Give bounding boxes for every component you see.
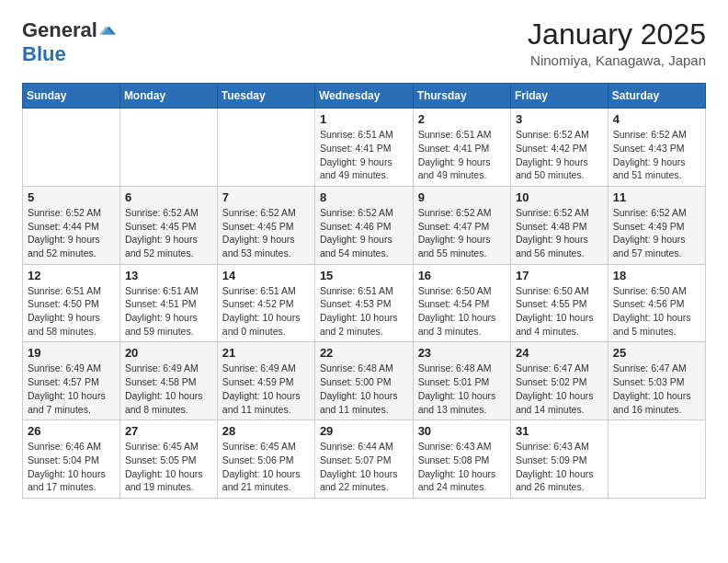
day-number: 16 [418,269,506,282]
day-number: 2 [418,112,506,126]
calendar-cell-w4-d2: 20Sunrise: 6:49 AM Sunset: 4:58 PM Dayli… [119,342,217,420]
calendar-cell-w5-d2: 27Sunrise: 6:45 AM Sunset: 5:05 PM Dayli… [119,420,217,499]
day-info: Sunrise: 6:51 AM Sunset: 4:51 PM Dayligh… [125,284,212,339]
day-info: Sunrise: 6:51 AM Sunset: 4:53 PM Dayligh… [320,284,408,339]
header-saturday: Saturday [608,84,705,109]
calendar-body: 1Sunrise: 6:51 AM Sunset: 4:41 PM Daylig… [23,109,706,499]
day-info: Sunrise: 6:52 AM Sunset: 4:46 PM Dayligh… [320,206,408,260]
calendar-cell-w3-d1: 12Sunrise: 6:51 AM Sunset: 4:50 PM Dayli… [23,264,120,342]
day-info: Sunrise: 6:49 AM Sunset: 4:59 PM Dayligh… [222,362,310,416]
day-info: Sunrise: 6:48 AM Sunset: 5:00 PM Dayligh… [320,362,408,416]
day-number: 6 [125,190,212,204]
calendar-week-1: 1Sunrise: 6:51 AM Sunset: 4:41 PM Daylig… [23,109,706,187]
day-info: Sunrise: 6:47 AM Sunset: 5:03 PM Dayligh… [613,362,700,416]
day-number: 25 [613,346,700,360]
calendar-cell-w5-d7 [608,420,705,499]
header: General Blue January 2025 Ninomiya, Kana… [22,18,706,68]
day-number: 24 [516,346,603,360]
day-number: 27 [125,424,212,438]
day-number: 5 [28,190,115,204]
day-info: Sunrise: 6:51 AM Sunset: 4:41 PM Dayligh… [320,128,408,182]
day-info: Sunrise: 6:52 AM Sunset: 4:49 PM Dayligh… [613,206,700,260]
day-number: 17 [516,269,603,282]
day-number: 4 [613,112,700,126]
calendar-week-4: 19Sunrise: 6:49 AM Sunset: 4:57 PM Dayli… [23,342,706,420]
calendar-header: Sunday Monday Tuesday Wednesday Thursday… [23,84,706,109]
calendar-cell-w4-d6: 24Sunrise: 6:47 AM Sunset: 5:02 PM Dayli… [510,342,608,420]
calendar-cell-w1-d7: 4Sunrise: 6:52 AM Sunset: 4:43 PM Daylig… [608,109,705,187]
calendar-table: Sunday Monday Tuesday Wednesday Thursday… [22,83,706,499]
calendar-cell-w1-d6: 3Sunrise: 6:52 AM Sunset: 4:42 PM Daylig… [510,109,608,187]
location: Ninomiya, Kanagawa, Japan [528,52,706,68]
calendar-cell-w2-d7: 11Sunrise: 6:52 AM Sunset: 4:49 PM Dayli… [608,186,705,264]
calendar-cell-w1-d5: 2Sunrise: 6:51 AM Sunset: 4:41 PM Daylig… [413,109,510,187]
day-info: Sunrise: 6:52 AM Sunset: 4:43 PM Dayligh… [613,128,700,182]
calendar-cell-w4-d3: 21Sunrise: 6:49 AM Sunset: 4:59 PM Dayli… [217,342,314,420]
day-info: Sunrise: 6:52 AM Sunset: 4:47 PM Dayligh… [418,206,506,260]
header-thursday: Thursday [413,84,510,109]
calendar-week-5: 26Sunrise: 6:46 AM Sunset: 5:04 PM Dayli… [23,420,706,499]
day-info: Sunrise: 6:43 AM Sunset: 5:09 PM Dayligh… [516,440,603,494]
calendar-cell-w5-d6: 31Sunrise: 6:43 AM Sunset: 5:09 PM Dayli… [510,420,608,499]
day-number: 10 [516,190,603,204]
calendar-cell-w3-d2: 13Sunrise: 6:51 AM Sunset: 4:51 PM Dayli… [119,264,217,342]
calendar-cell-w2-d4: 8Sunrise: 6:52 AM Sunset: 4:46 PM Daylig… [314,186,413,264]
calendar-cell-w3-d4: 15Sunrise: 6:51 AM Sunset: 4:53 PM Dayli… [314,264,413,342]
calendar-cell-w2-d2: 6Sunrise: 6:52 AM Sunset: 4:45 PM Daylig… [119,186,217,264]
calendar-cell-w2-d3: 7Sunrise: 6:52 AM Sunset: 4:45 PM Daylig… [217,186,314,264]
day-number: 13 [125,269,212,282]
calendar-cell-w5-d5: 30Sunrise: 6:43 AM Sunset: 5:08 PM Dayli… [413,420,510,499]
day-number: 18 [613,269,700,282]
day-info: Sunrise: 6:50 AM Sunset: 4:56 PM Dayligh… [613,284,700,339]
calendar-cell-w5-d1: 26Sunrise: 6:46 AM Sunset: 5:04 PM Dayli… [23,420,120,499]
header-monday: Monday [119,84,217,109]
day-number: 28 [222,424,310,438]
day-number: 14 [222,269,310,282]
calendar-cell-w2-d5: 9Sunrise: 6:52 AM Sunset: 4:47 PM Daylig… [413,186,510,264]
calendar-cell-w3-d7: 18Sunrise: 6:50 AM Sunset: 4:56 PM Dayli… [608,264,705,342]
month-title: January 2025 [528,18,706,51]
day-info: Sunrise: 6:51 AM Sunset: 4:41 PM Dayligh… [418,128,506,182]
calendar-week-2: 5Sunrise: 6:52 AM Sunset: 4:44 PM Daylig… [23,186,706,264]
day-number: 3 [516,112,603,126]
title-block: January 2025 Ninomiya, Kanagawa, Japan [528,18,706,68]
header-sunday: Sunday [23,84,120,109]
day-info: Sunrise: 6:52 AM Sunset: 4:44 PM Dayligh… [28,206,115,260]
calendar-cell-w5-d4: 29Sunrise: 6:44 AM Sunset: 5:07 PM Dayli… [314,420,413,499]
header-friday: Friday [510,84,608,109]
day-info: Sunrise: 6:49 AM Sunset: 4:57 PM Dayligh… [28,362,115,416]
day-info: Sunrise: 6:52 AM Sunset: 4:42 PM Dayligh… [516,128,603,182]
day-number: 30 [418,424,506,438]
day-info: Sunrise: 6:52 AM Sunset: 4:45 PM Dayligh… [125,206,212,260]
logo-blue-text: Blue [22,42,66,66]
page: General Blue January 2025 Ninomiya, Kana… [0,0,728,517]
day-number: 20 [125,346,212,360]
day-info: Sunrise: 6:48 AM Sunset: 5:01 PM Dayligh… [418,362,506,416]
calendar-cell-w2-d1: 5Sunrise: 6:52 AM Sunset: 4:44 PM Daylig… [23,186,120,264]
day-number: 12 [28,269,115,282]
calendar-cell-w4-d7: 25Sunrise: 6:47 AM Sunset: 5:03 PM Dayli… [608,342,705,420]
calendar-cell-w3-d5: 16Sunrise: 6:50 AM Sunset: 4:54 PM Dayli… [413,264,510,342]
calendar-cell-w3-d3: 14Sunrise: 6:51 AM Sunset: 4:52 PM Dayli… [217,264,314,342]
day-info: Sunrise: 6:52 AM Sunset: 4:48 PM Dayligh… [516,206,603,260]
day-info: Sunrise: 6:43 AM Sunset: 5:08 PM Dayligh… [418,440,506,494]
day-number: 11 [613,190,700,204]
calendar-week-3: 12Sunrise: 6:51 AM Sunset: 4:50 PM Dayli… [23,264,706,342]
header-tuesday: Tuesday [217,84,314,109]
day-info: Sunrise: 6:49 AM Sunset: 4:58 PM Dayligh… [125,362,212,416]
weekday-header-row: Sunday Monday Tuesday Wednesday Thursday… [23,84,706,109]
day-info: Sunrise: 6:50 AM Sunset: 4:54 PM Dayligh… [418,284,506,339]
day-number: 7 [222,190,310,204]
day-number: 29 [320,424,408,438]
day-info: Sunrise: 6:44 AM Sunset: 5:07 PM Dayligh… [320,440,408,494]
day-info: Sunrise: 6:45 AM Sunset: 5:05 PM Dayligh… [125,440,212,494]
day-info: Sunrise: 6:51 AM Sunset: 4:52 PM Dayligh… [222,284,310,339]
calendar-cell-w4-d4: 22Sunrise: 6:48 AM Sunset: 5:00 PM Dayli… [314,342,413,420]
day-number: 8 [320,190,408,204]
calendar-cell-w1-d4: 1Sunrise: 6:51 AM Sunset: 4:41 PM Daylig… [314,109,413,187]
logo: General Blue [22,18,116,66]
day-number: 26 [28,424,115,438]
calendar-cell-w2-d6: 10Sunrise: 6:52 AM Sunset: 4:48 PM Dayli… [510,186,608,264]
day-number: 15 [320,269,408,282]
day-info: Sunrise: 6:45 AM Sunset: 5:06 PM Dayligh… [222,440,310,494]
